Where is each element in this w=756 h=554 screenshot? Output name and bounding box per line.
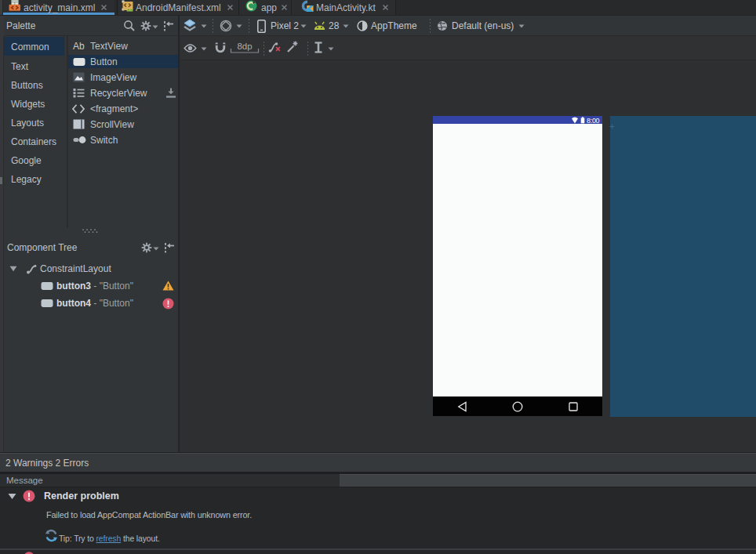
svg-text:8dp: 8dp [237,42,252,51]
